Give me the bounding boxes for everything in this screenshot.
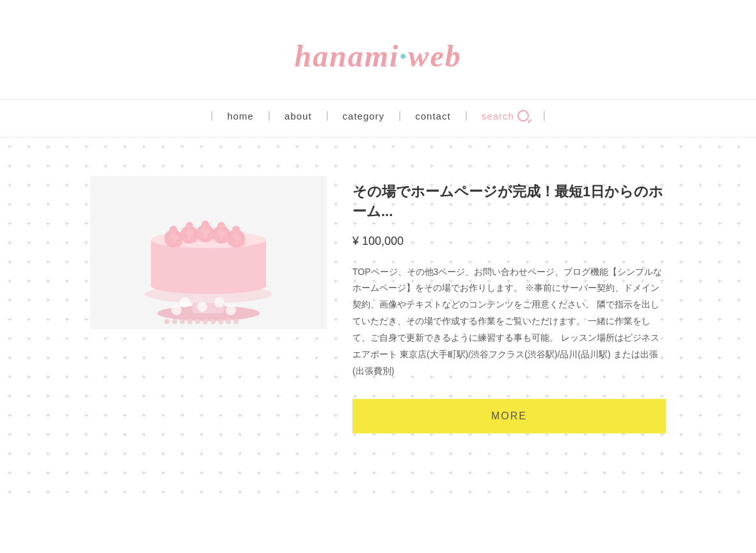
plus-decoration: + [748,310,756,329]
plus-decoration: + [0,233,19,253]
plus-decoration: + [556,463,576,483]
plus-decoration: + [38,195,58,214]
plus-decoration: + [38,368,58,387]
plus-decoration: + [365,444,384,463]
plus-decoration: + [365,463,384,483]
svg-point-40 [187,319,193,324]
plus-decoration: + [422,137,441,157]
plus-decoration: + [691,195,710,214]
plus-decoration: + [652,463,672,483]
plus-decoration: + [480,137,499,157]
plus-decoration: + [710,348,729,368]
plus-decoration: + [729,253,748,272]
plus-decoration: + [211,444,230,463]
plus-decoration: + [154,444,173,463]
plus-decoration: + [77,137,96,157]
plus-decoration: + [729,214,748,233]
plus-decoration: + [115,137,134,157]
plus-decoration: + [403,483,422,495]
plus-decoration: + [633,444,652,463]
plus-decoration: + [134,463,154,483]
main-nav: | home | about | category | contact | se… [0,99,756,137]
plus-decoration: + [672,406,691,425]
site-logo[interactable]: hanami·web [294,38,461,74]
plus-decoration: + [691,483,710,495]
svg-point-44 [218,319,223,324]
plus-decoration: + [365,137,384,157]
product-card: その場でホームページが完成！最短1日からのホーム... ¥ 100,000 TO… [90,163,666,433]
plus-decoration: + [19,253,38,272]
plus-decoration: + [230,463,249,483]
nav-item-home[interactable]: home [219,108,262,124]
svg-point-24 [196,232,204,240]
plus-decoration: + [691,425,710,444]
nav-item-category[interactable]: category [335,108,393,124]
plus-decoration: + [480,483,499,495]
plus-decoration: + [461,137,480,157]
plus-decoration: + [710,425,729,444]
logo-dot: · [399,39,408,73]
plus-decoration: + [729,176,748,195]
plus-decoration: + [518,463,537,483]
plus-decoration: + [710,406,729,425]
plus-decoration: + [326,463,345,483]
plus-decoration: + [672,329,691,348]
plus-decoration: + [249,444,269,463]
product-title: その場でホームページが完成！最短1日からのホーム... [352,182,666,222]
plus-decoration: + [58,368,77,387]
plus-decoration: + [58,176,77,195]
plus-decoration: + [58,310,77,329]
plus-decoration: + [0,368,19,387]
plus-decoration: + [672,310,691,329]
plus-decoration: + [710,233,729,253]
plus-decoration: + [345,137,365,157]
plus-decoration: + [19,425,38,444]
plus-decoration: + [58,195,77,214]
plus-decoration: + [576,444,595,463]
plus-decoration: + [710,329,729,348]
plus-decoration: + [748,157,756,176]
svg-point-46 [233,319,239,324]
plus-decoration: + [461,444,480,463]
plus-decoration: + [461,483,480,495]
plus-decoration: + [652,137,672,157]
nav-item-about[interactable]: about [277,108,320,124]
plus-decoration: + [614,483,633,495]
plus-decoration: + [691,368,710,387]
plus-decoration: + [58,348,77,368]
plus-decoration: + [58,253,77,272]
plus-decoration: + [556,137,576,157]
product-price: ¥ 100,000 [352,235,666,248]
svg-point-36 [171,305,182,315]
plus-decoration: + [652,444,672,463]
plus-decoration: + [173,444,192,463]
plus-decoration: + [38,444,58,463]
plus-decoration: + [710,310,729,329]
plus-decoration: + [19,329,38,348]
plus-decoration: + [0,329,19,348]
plus-decoration: + [403,137,422,157]
plus-decoration: + [633,137,652,157]
plus-decoration: + [38,272,58,291]
nav-item-contact[interactable]: contact [407,108,458,124]
nav-separator-1: | [204,110,219,121]
plus-decoration: + [0,291,19,310]
plus-decoration: + [748,329,756,348]
plus-decoration: + [115,444,134,463]
plus-decoration: + [691,444,710,463]
plus-decoration: + [326,444,345,463]
plus-decoration: + [0,137,19,157]
plus-decoration: + [38,348,58,368]
plus-decoration: + [441,137,461,157]
product-details: その場でホームページが完成！最短1日からのホーム... ¥ 100,000 TO… [352,176,666,433]
nav-item-search[interactable]: search [474,107,537,124]
plus-decoration: + [269,444,288,463]
plus-decoration: + [154,463,173,483]
plus-decoration: + [403,444,422,463]
plus-decoration: + [365,483,384,495]
main-content: ++++++++++++++++++++++++++++++++++++++++… [0,137,756,495]
plus-decoration: + [58,291,77,310]
more-button[interactable]: MORE [352,399,666,433]
plus-decoration: + [384,483,403,495]
plus-decoration: + [748,214,756,233]
